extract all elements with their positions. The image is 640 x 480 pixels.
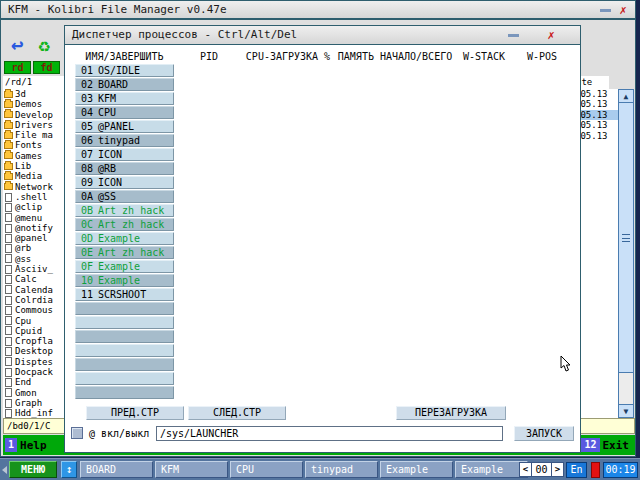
taskbar-task-button[interactable]: Example (455, 461, 528, 478)
file-list-item[interactable]: .shell (3, 192, 64, 202)
page-next-button[interactable]: > (551, 462, 564, 477)
taskbar-task-button[interactable]: Example (380, 461, 453, 478)
scroll-up-icon[interactable]: ▲ (619, 90, 633, 103)
refresh-icon[interactable]: ♻ (38, 33, 50, 57)
file-list-item[interactable]: Calenda (3, 285, 64, 295)
file-list-item[interactable]: Asciiv_ (3, 264, 64, 274)
folder-icon (4, 163, 13, 170)
process-kill-button[interactable]: 07ICON (75, 148, 174, 161)
process-kill-button[interactable] (75, 302, 174, 315)
current-path-field[interactable]: /rd/1 (3, 76, 64, 89)
taskbar-pager: < 00 > (519, 462, 564, 477)
file-item-label: Calc (15, 274, 37, 284)
file-list-item[interactable]: Cpu (3, 316, 64, 326)
process-kill-button[interactable]: 08@RB (75, 162, 174, 175)
file-list-item[interactable]: @notify (3, 223, 64, 233)
process-kill-button[interactable]: 02BOARD (75, 78, 174, 91)
file-list-item[interactable]: Network (3, 182, 64, 192)
file-list-item[interactable]: Develop (3, 110, 64, 120)
file-list-item[interactable]: @rb (3, 243, 64, 253)
dialog-minimize-icon[interactable] (508, 34, 519, 37)
reboot-button[interactable]: ПЕРЕЗАГРУЗКА (396, 406, 506, 420)
scroll-down-icon[interactable]: ▼ (619, 404, 633, 417)
process-kill-button[interactable]: 01OS/IDLE (75, 64, 174, 77)
file-list-item[interactable]: Cpuid (3, 326, 64, 336)
fkey-exit-button[interactable]: 12 Exit (581, 437, 632, 453)
next-page-button[interactable]: СЛЕД.СТР (188, 406, 286, 420)
prev-page-button[interactable]: ПРЕД.СТР (86, 406, 184, 420)
file-list-item[interactable]: Hdd_inf (3, 408, 64, 418)
file-list-item[interactable]: Media (3, 171, 64, 181)
process-kill-button[interactable] (75, 372, 174, 385)
file-list-item[interactable]: Graph (3, 398, 64, 408)
run-button[interactable]: ЗАПУСК (514, 426, 574, 441)
file-list-item[interactable]: Desktop (3, 346, 64, 356)
file-list-item[interactable]: @clip (3, 202, 64, 212)
launcher-checkbox[interactable] (71, 427, 83, 439)
window-switch-icon[interactable]: ↕ (61, 461, 77, 478)
file-list-item[interactable]: Docpack (3, 367, 64, 377)
process-kill-button[interactable]: 0A@SS (75, 190, 174, 203)
dialog-titlebar[interactable]: Диспетчер процессов - Ctrl/Alt/Del ✗ (65, 26, 580, 45)
file-list-item[interactable]: Colrdia (3, 295, 64, 305)
file-list-item[interactable]: Fonts (3, 140, 64, 150)
process-kill-button[interactable]: 0BArt_zh_hack (75, 204, 174, 217)
file-list-item[interactable]: @menu (3, 213, 64, 223)
process-kill-button[interactable] (75, 330, 174, 343)
process-slot: 11 (76, 289, 98, 300)
process-kill-button[interactable]: 0DExample (75, 232, 174, 245)
file-list-item[interactable]: Demos (3, 99, 64, 109)
process-kill-button[interactable]: 0CArt_zh_hack (75, 218, 174, 231)
back-arrow-icon[interactable]: ↩ (11, 33, 24, 57)
clock[interactable]: 00:19 (603, 462, 638, 478)
process-kill-button[interactable]: 05@PANEL (75, 120, 174, 133)
file-list-item[interactable]: Commous (3, 305, 64, 315)
fkey-help-button[interactable]: 1 Help (5, 437, 50, 453)
process-kill-button[interactable] (75, 386, 174, 399)
collapse-taskbar-icon[interactable] (2, 466, 7, 474)
process-kill-button[interactable]: 03KFM (75, 92, 174, 105)
menu-button[interactable]: МЕНЮ (9, 461, 57, 478)
dialog-close-icon[interactable]: ✗ (544, 28, 558, 42)
kfm-titlebar[interactable]: KFM - Kolibri File Manager v0.47e ✗ (1, 1, 635, 20)
process-kill-button[interactable] (75, 344, 174, 357)
device-button-fd[interactable]: fd (33, 61, 60, 74)
file-list-item[interactable]: Games (3, 151, 64, 161)
file-list-item[interactable]: Calc (3, 274, 64, 284)
file-list-item[interactable]: Gmon (3, 388, 64, 398)
taskbar-task-button[interactable]: tinypad (305, 461, 378, 478)
file-list-item[interactable]: File ma (3, 130, 64, 140)
file-list-item[interactable]: Cropfla (3, 336, 64, 346)
process-kill-button[interactable] (75, 358, 174, 371)
taskbar-task-button[interactable]: BOARD (80, 461, 153, 478)
kfm-minimize-icon[interactable] (600, 9, 611, 12)
taskbar-task-button[interactable]: CPU (230, 461, 303, 478)
file-list-item[interactable]: End (3, 377, 64, 387)
file-item-label: @ss (15, 254, 31, 264)
launcher-path-input[interactable]: /sys/LAUNCHER (156, 426, 503, 441)
process-row: 0CArt_zh_hack (75, 218, 571, 232)
file-list-item[interactable]: Drivers (3, 120, 64, 130)
process-kill-button[interactable]: 09ICON (75, 176, 174, 189)
file-list-item[interactable]: Lib (3, 161, 64, 171)
file-list-item[interactable]: @ss (3, 254, 64, 264)
file-list-item[interactable]: @panel (3, 233, 64, 243)
process-kill-button[interactable]: 04CPU (75, 106, 174, 119)
kfm-close-icon[interactable]: ✗ (616, 3, 630, 17)
process-kill-button[interactable]: 0EArt_zh_hack (75, 246, 174, 259)
file-list-item[interactable]: 3d (3, 89, 64, 99)
taskbar-task-button[interactable]: KFM (155, 461, 228, 478)
process-kill-button[interactable] (75, 316, 174, 329)
scrollbar-thumb[interactable] (619, 103, 633, 373)
process-kill-button[interactable]: 10Example (75, 274, 174, 287)
language-indicator[interactable]: En (566, 462, 587, 478)
page-prev-button[interactable]: < (519, 462, 532, 477)
device-button-rd[interactable]: rd (4, 61, 31, 74)
process-kill-button[interactable]: 06tinypad (75, 134, 174, 147)
process-kill-button[interactable]: 0FExample (75, 260, 174, 273)
vertical-scrollbar[interactable]: ▲ ▼ (618, 89, 634, 418)
process-row: 07ICON (75, 148, 571, 162)
process-row: 02BOARD (75, 78, 571, 92)
process-kill-button[interactable]: 11SCRSHOOT (75, 288, 174, 301)
file-list-item[interactable]: Disptes (3, 357, 64, 367)
